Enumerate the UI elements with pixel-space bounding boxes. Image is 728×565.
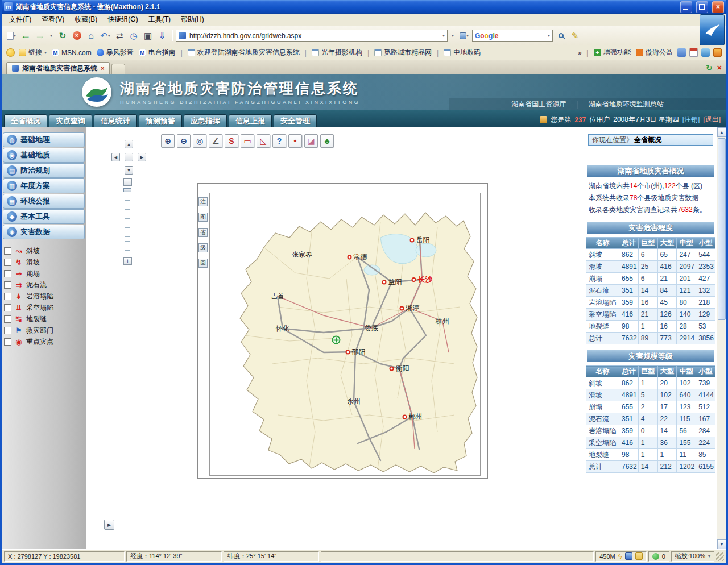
select-rect-tool[interactable]: ▭ [241, 134, 254, 148]
identify-tool[interactable]: ? [272, 134, 286, 148]
network-icon[interactable] [625, 552, 632, 560]
logout-link[interactable]: [注销] [682, 115, 700, 124]
select-circle-tool[interactable]: S [225, 134, 238, 148]
close-tab-button[interactable]: × [717, 63, 722, 72]
history-dropdown[interactable]: ▾ [48, 30, 55, 42]
address-dropdown-icon[interactable]: ▾ [442, 33, 445, 38]
layer-checkbox[interactable] [4, 293, 11, 300]
boost-icon[interactable]: ϟ [618, 552, 622, 560]
close-button[interactable]: × [712, 1, 724, 13]
menu-item[interactable]: 收藏(B) [69, 14, 102, 26]
zoom-panel[interactable]: 缩放:100% ▾ [671, 551, 714, 562]
titlebar[interactable]: m 湖南省地质灾害信息系统 - 傲游(Maxthon) 2.1.1 × [2, 0, 726, 14]
zoom-slider-thumb[interactable] [123, 188, 131, 192]
nav-tab[interactable]: 预测预警 [139, 114, 182, 127]
nav-tab[interactable]: 信息统计 [94, 114, 137, 127]
layer-checkbox[interactable] [4, 247, 11, 255]
menu-item[interactable]: 帮助(H) [176, 14, 209, 26]
adhunter-panel[interactable]: 0 [648, 551, 669, 562]
sidebar-button[interactable]: ▦环境公报 [3, 194, 85, 209]
stop-button[interactable]: × [71, 30, 83, 42]
link-item[interactable]: +增强功能 [593, 47, 632, 58]
map-layer-toggle[interactable]: 省 [198, 228, 208, 237]
maxthon-logo[interactable] [700, 14, 725, 45]
nav-tab[interactable]: 应急指挥 [184, 114, 227, 127]
sidebar-button[interactable]: ▥年度方案 [3, 178, 85, 193]
map-layer-toggle[interactable]: 注 [198, 197, 208, 206]
layer-checkbox[interactable] [4, 304, 11, 311]
link-item[interactable]: M电台指南 [138, 47, 177, 58]
link-item[interactable]: 觅路城市精品网 [373, 47, 433, 58]
layer-tree-tool[interactable]: ♣ [320, 134, 334, 148]
pan-left-button[interactable]: ◀ [111, 153, 120, 161]
pan-up-button[interactable]: ▲ [125, 140, 133, 148]
download-button[interactable]: ⇓ [156, 30, 168, 42]
history-panel-button[interactable]: ◷ [127, 30, 140, 42]
page-scrollbar[interactable]: ▲ ▼ [717, 127, 726, 549]
select-polygon-tool[interactable]: ◺ [257, 134, 270, 148]
sidebar-button[interactable]: ▤防治规划 [3, 163, 85, 178]
layer-checkbox[interactable] [4, 327, 11, 334]
sidebar-button[interactable]: ◆基本工具 [3, 209, 85, 224]
map-layer-toggle[interactable]: 图 [198, 213, 208, 222]
layer-checkbox[interactable] [4, 281, 11, 289]
pan-down-button[interactable]: ▼ [125, 166, 133, 175]
scrollbar-thumb[interactable] [718, 138, 726, 320]
forward-button[interactable]: → [34, 30, 46, 42]
header-link-monitor-station[interactable]: 湖南省地质环境监测总站 [589, 99, 664, 109]
menu-item[interactable]: 查看(V) [36, 14, 69, 26]
nav-tab[interactable]: 信息上报 [229, 114, 272, 127]
refresh-all-icon[interactable]: ↻ [706, 63, 713, 72]
link-item[interactable]: 傲游公益 [635, 47, 674, 58]
autofill-button[interactable]: ▾ [458, 30, 470, 42]
go-dropdown-button[interactable]: ▾ [449, 30, 456, 42]
zoom-out-button[interactable]: − [123, 178, 132, 186]
sidebar-button[interactable]: ◈灾害数据 [3, 225, 85, 239]
link-item[interactable]: 中地数码 [442, 47, 482, 58]
zoom-in-tool[interactable]: ⊕ [161, 134, 175, 148]
folder-icon[interactable] [635, 552, 643, 560]
zoom-out-tool[interactable]: ⊖ [177, 134, 191, 148]
link-item[interactable]: 欢迎登陆湖南省地质灾害信息系统 [187, 47, 301, 58]
menu-item[interactable]: 文件(F) [4, 14, 36, 26]
search-engine-dropdown[interactable]: ▾ [548, 33, 550, 38]
scroll-up-button[interactable]: ▲ [717, 127, 726, 137]
sidebar-collapse-button[interactable]: ▶ [104, 520, 114, 530]
refresh-button[interactable]: ↻ [56, 30, 69, 42]
nav-tab[interactable]: 全省概况 [4, 114, 47, 127]
layer-checkbox[interactable] [4, 259, 11, 266]
map-viewport[interactable]: 张家界常德岳阳益阳长沙吉首湘潭株州怀化娄底邵阳衡阳永州郴州 [209, 193, 481, 476]
layer-checkbox[interactable] [4, 315, 11, 323]
maximize-button[interactable] [696, 1, 708, 13]
layer-checkbox[interactable] [4, 270, 11, 277]
nav-tab[interactable]: 灾点查询 [49, 114, 92, 127]
layer-checkbox[interactable] [4, 338, 11, 346]
skin-icon[interactable] [677, 48, 686, 57]
pan-right-button[interactable]: ▶ [138, 153, 146, 161]
tab-active[interactable]: 湖南省地质灾害信息系统 × [6, 62, 110, 74]
undo-button[interactable]: ↶▾ [99, 30, 111, 42]
hotlink-tool[interactable]: • [288, 134, 302, 148]
back-button[interactable]: ← [19, 30, 32, 42]
eraser-tool[interactable]: ◪ [304, 134, 318, 148]
highlight-button[interactable]: ✎ [569, 30, 581, 42]
scroll-down-button[interactable]: ▼ [717, 539, 726, 549]
tab-close-icon[interactable]: × [101, 65, 104, 72]
sidebar-button[interactable]: ◍基础地理 [3, 132, 85, 147]
calendar-icon[interactable] [689, 48, 698, 57]
proxy-button[interactable]: ⇄ [113, 30, 126, 42]
minimize-button[interactable] [680, 1, 692, 13]
menu-item[interactable]: 快捷组(G) [102, 14, 143, 26]
resize-grip[interactable] [716, 552, 724, 561]
map-layer-toggle[interactable]: 回 [198, 259, 208, 268]
pan-center-button[interactable] [125, 153, 133, 161]
search-box[interactable]: Google ▾ [472, 30, 553, 42]
exit-link[interactable]: [退出] [703, 115, 721, 124]
zoom-in-button[interactable]: + [123, 257, 132, 265]
gift-icon[interactable] [713, 48, 722, 57]
screen-capture-button[interactable]: ▣ [142, 30, 154, 42]
link-item[interactable]: MMSN.com [51, 48, 93, 57]
new-tab-stub[interactable] [111, 64, 125, 74]
address-input[interactable] [188, 31, 440, 40]
map-layer-toggle[interactable]: 级 [198, 243, 208, 252]
